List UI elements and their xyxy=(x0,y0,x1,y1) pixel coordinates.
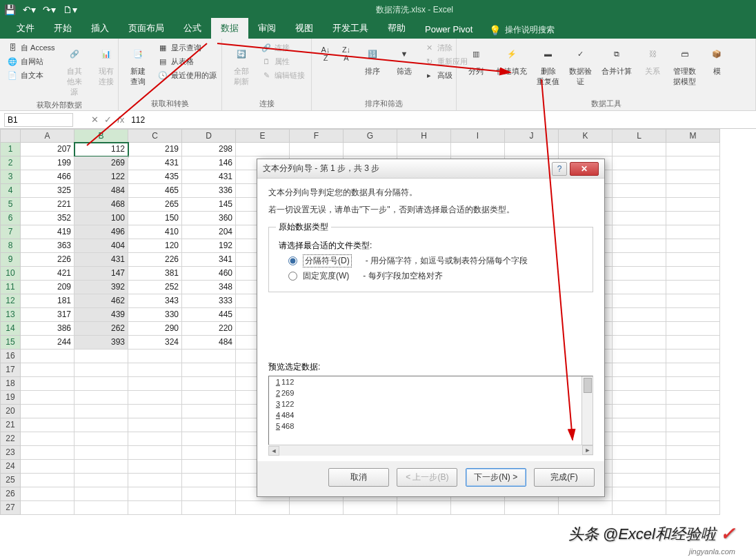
row-header[interactable]: 25 xyxy=(0,474,21,487)
cell[interactable] xyxy=(21,432,74,446)
cell[interactable] xyxy=(613,460,666,474)
select-all-corner[interactable] xyxy=(0,129,21,143)
cell[interactable] xyxy=(182,363,236,377)
cell[interactable] xyxy=(236,143,290,156)
scroll-left-icon[interactable]: ◄ xyxy=(268,446,279,456)
data-validation-button[interactable]: ✓数据验 证 xyxy=(566,41,595,88)
col-header[interactable]: D xyxy=(182,129,236,143)
cell[interactable] xyxy=(21,350,74,363)
cell[interactable] xyxy=(21,418,74,432)
cell[interactable]: 352 xyxy=(21,212,74,225)
cell[interactable] xyxy=(21,474,74,487)
cell[interactable] xyxy=(613,474,666,487)
redo-icon[interactable]: ↷▾ xyxy=(43,4,56,15)
tab-powerpivot[interactable]: Power Pivot xyxy=(415,20,482,39)
data-model-button[interactable]: 🗃管理数 据模型 xyxy=(670,41,699,88)
cell[interactable] xyxy=(613,446,666,460)
cell[interactable] xyxy=(666,322,720,336)
cell[interactable] xyxy=(613,391,666,405)
cell[interactable] xyxy=(559,501,613,515)
row-header[interactable]: 6 xyxy=(0,212,21,225)
cell[interactable]: 421 xyxy=(21,267,74,281)
cell[interactable]: 265 xyxy=(128,198,182,212)
row-header[interactable]: 19 xyxy=(0,391,21,405)
tab-layout[interactable]: 页面布局 xyxy=(119,18,174,39)
cell[interactable] xyxy=(21,391,74,405)
cell[interactable] xyxy=(344,143,397,156)
show-queries-button[interactable]: ▦显示查询 xyxy=(156,41,218,54)
cell[interactable] xyxy=(182,432,236,446)
cell[interactable] xyxy=(182,405,236,418)
cell[interactable]: 439 xyxy=(74,308,128,322)
col-header[interactable]: L xyxy=(613,129,666,143)
cell[interactable]: 330 xyxy=(128,308,182,322)
cell[interactable] xyxy=(505,501,559,515)
sort-button[interactable]: 🔢排序 xyxy=(359,41,386,78)
cell[interactable] xyxy=(613,377,666,391)
col-header[interactable]: J xyxy=(505,129,559,143)
cell[interactable]: 317 xyxy=(21,308,74,322)
extra-button[interactable]: 📦模 xyxy=(703,41,730,78)
cell[interactable] xyxy=(666,350,720,363)
tab-dev[interactable]: 开发工具 xyxy=(323,18,378,39)
row-header[interactable]: 9 xyxy=(0,253,21,267)
cell[interactable]: 333 xyxy=(182,294,236,308)
radio-delimited-label[interactable]: 分隔符号(D) xyxy=(303,254,352,267)
cell[interactable]: 324 xyxy=(128,336,182,350)
cell[interactable] xyxy=(290,143,344,156)
cell[interactable]: 496 xyxy=(74,225,128,239)
flash-fill-button[interactable]: ⚡快速填充 xyxy=(494,41,530,78)
cell[interactable]: 219 xyxy=(128,143,182,156)
cell[interactable] xyxy=(613,350,666,363)
cell[interactable]: 404 xyxy=(74,239,128,253)
cell[interactable]: 207 xyxy=(21,143,74,156)
cell[interactable]: 431 xyxy=(182,170,236,184)
cell[interactable]: 386 xyxy=(21,322,74,336)
cell[interactable] xyxy=(128,418,182,432)
cell[interactable] xyxy=(666,281,720,294)
cell[interactable]: 298 xyxy=(182,143,236,156)
cell[interactable] xyxy=(74,391,128,405)
cell[interactable] xyxy=(666,239,720,253)
cell[interactable] xyxy=(74,405,128,418)
cell[interactable]: 220 xyxy=(182,322,236,336)
vscrollbar[interactable] xyxy=(581,376,593,445)
row-header[interactable]: 14 xyxy=(0,322,21,336)
tell-me[interactable]: 💡 操作说明搜索 xyxy=(482,21,561,39)
cancel-icon[interactable]: ✕ xyxy=(91,114,99,125)
cell[interactable] xyxy=(666,225,720,239)
cell[interactable] xyxy=(613,170,666,184)
cell[interactable]: 468 xyxy=(74,198,128,212)
cell[interactable] xyxy=(128,377,182,391)
cell[interactable]: 112 xyxy=(74,143,128,156)
cell[interactable]: 244 xyxy=(21,336,74,350)
from-access-button[interactable]: 🗄自 Access xyxy=(6,41,57,54)
row-header[interactable]: 1 xyxy=(0,143,21,156)
cell[interactable]: 221 xyxy=(21,198,74,212)
radio-fixed-label[interactable]: 固定宽度(W) xyxy=(303,270,349,282)
cell[interactable] xyxy=(613,405,666,418)
cell[interactable] xyxy=(74,377,128,391)
cell[interactable]: 360 xyxy=(182,212,236,225)
existing-conn-button[interactable]: 📊现有连接 xyxy=(92,41,120,88)
row-header[interactable]: 18 xyxy=(0,377,21,391)
tab-view[interactable]: 视图 xyxy=(286,18,323,39)
cell[interactable] xyxy=(613,281,666,294)
cell[interactable] xyxy=(666,170,720,184)
cell[interactable]: 209 xyxy=(21,281,74,294)
cell[interactable] xyxy=(21,377,74,391)
cell[interactable] xyxy=(74,501,128,515)
row-header[interactable]: 22 xyxy=(0,432,21,446)
consolidate-button[interactable]: ⧉合并计算 xyxy=(599,41,635,78)
cell[interactable]: 192 xyxy=(182,239,236,253)
cell[interactable] xyxy=(666,363,720,377)
cell[interactable]: 381 xyxy=(128,267,182,281)
cell[interactable] xyxy=(613,156,666,170)
cell[interactable] xyxy=(666,432,720,446)
cell[interactable] xyxy=(613,336,666,350)
cell[interactable]: 204 xyxy=(182,225,236,239)
name-box[interactable] xyxy=(4,113,73,127)
cell[interactable]: 120 xyxy=(128,239,182,253)
cell[interactable]: 419 xyxy=(21,225,74,239)
cell[interactable]: 269 xyxy=(74,156,128,170)
